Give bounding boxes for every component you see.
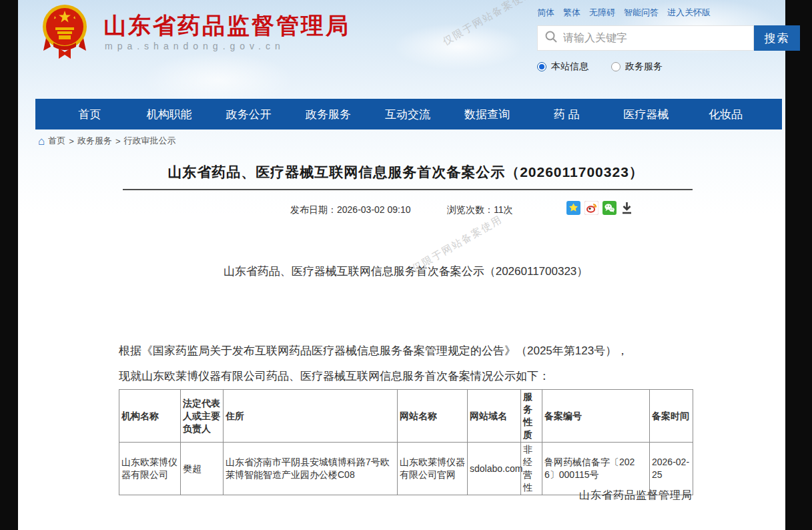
nav-medical-devices[interactable]: 医疗器械: [606, 107, 686, 122]
col-domain: 网站域名: [468, 390, 521, 443]
article: 山东省药品、医疗器械互联网信息服务首次备案公示（2026011700323） 发…: [119, 157, 693, 521]
cell-service-nature: 非经营性: [521, 443, 542, 495]
share-bar: [566, 201, 633, 217]
cell-filing-number: 鲁网药械信备字〔2026〕000115号: [542, 443, 650, 495]
cell-domain: sdolabo.com: [468, 443, 521, 495]
col-org-name: 机构名称: [119, 390, 181, 443]
link-traditional[interactable]: 繁体: [563, 7, 580, 19]
cell-filing-date: 2026-02-25: [650, 443, 693, 495]
nav-data-query[interactable]: 数据查询: [448, 107, 527, 122]
screen: 仅限于网站备案使用 仅限于网站备案使用: [0, 0, 812, 530]
site-url: mpa.shandong.gov.cn: [105, 41, 285, 51]
watermark-text: 仅限于网站备案使用: [440, 0, 535, 48]
search-icon: [544, 30, 558, 46]
link-smart-qa[interactable]: 智能问答: [624, 7, 659, 19]
col-service-nature: 服务性质: [521, 390, 542, 443]
nav-interaction[interactable]: 互动交流: [368, 107, 447, 122]
link-care-version[interactable]: 进入关怀版: [667, 7, 711, 19]
breadcrumb-separator: >: [69, 136, 74, 146]
nav-gov-service[interactable]: 政务服务: [288, 107, 368, 122]
search-input[interactable]: [563, 32, 747, 44]
national-emblem-icon: [41, 51, 88, 62]
cell-org-name: 山东欧莱博仪器有限公司: [119, 443, 181, 495]
home-icon: ⌂: [38, 137, 45, 146]
radio-unselected-icon[interactable]: [611, 62, 621, 71]
radio-site-info[interactable]: 本站信息: [537, 61, 588, 73]
weibo-icon[interactable]: [584, 201, 598, 217]
nav-cosmetics[interactable]: 化妆品: [686, 107, 765, 122]
nav-gov-open[interactable]: 政务公开: [209, 107, 288, 122]
cell-address: 山东省济南市平阴县安城镇博科路7号欧莱博智能智造产业园办公楼C08: [224, 443, 398, 495]
breadcrumb-home[interactable]: 首页: [48, 135, 65, 147]
link-simplified[interactable]: 简体: [537, 7, 554, 19]
site-title[interactable]: 山东省药品监督管理局: [103, 11, 350, 41]
radio-site-info-label: 本站信息: [551, 61, 588, 73]
article-body: 根据《国家药监局关于发布互联网药品医疗器械信息服务备案管理规定的公告》（2025…: [119, 338, 723, 389]
article-meta: 发布日期：2026-03-02 09:10 浏览次数：11次: [119, 199, 693, 220]
wechat-icon[interactable]: [602, 201, 617, 217]
webpage: 仅限于网站备案使用 仅限于网站备案使用: [18, 0, 785, 530]
quick-links: 简体 繁体 无障碍 智能问答 进入关怀版: [537, 7, 711, 19]
col-address: 住所: [224, 390, 398, 443]
page-title: 山东省药品、医疗器械互联网信息服务首次备案公示（2026011700323）: [119, 163, 693, 182]
col-filing-number: 备案编号: [542, 390, 650, 443]
breadcrumb-current: 行政审批公示: [123, 135, 175, 147]
breadcrumb: ⌂ 首页 > 政务服务 > 行政审批公示: [38, 135, 175, 147]
main-nav: 首页 机构职能 政务公开 政务服务 互动交流 数据查询 药 品 医疗器械 化妆品: [35, 99, 782, 129]
qzone-icon[interactable]: [566, 201, 580, 217]
nav-functions[interactable]: 机构职能: [129, 107, 209, 122]
table-row: 山东欧莱博仪器有限公司 樊超 山东省济南市平阴县安城镇博科路7号欧莱博智能智造产…: [119, 443, 693, 495]
title-divider: [123, 189, 693, 190]
publish-date: 发布日期：2026-03-02 09:10: [290, 204, 411, 216]
col-site-name: 网站名称: [398, 390, 468, 443]
search-button[interactable]: 搜索: [754, 25, 800, 51]
search-scope: 本站信息 政务服务: [537, 61, 663, 73]
cell-legal-rep: 樊超: [181, 443, 224, 495]
col-filing-date: 备案时间: [650, 390, 693, 443]
breadcrumb-gov-service[interactable]: 政务服务: [77, 135, 112, 147]
nav-home[interactable]: 首页: [50, 107, 129, 122]
cell-site-name: 山东欧莱博仪器有限公司官网: [398, 443, 468, 495]
radio-gov-service[interactable]: 政务服务: [611, 61, 663, 73]
breadcrumb-separator: >: [115, 136, 121, 146]
nav-drugs[interactable]: 药 品: [527, 107, 606, 122]
radio-selected-icon[interactable]: [537, 62, 546, 71]
table-header-row: 机构名称 法定代表人或主要负责人 住所 网站名称 网站域名 服务性质 备案编号 …: [119, 390, 693, 443]
search-bar: 搜索: [537, 25, 800, 51]
site-logo[interactable]: [41, 3, 88, 60]
issuing-authority: 山东省药品监督管理局: [119, 489, 693, 503]
view-count: 浏览次数：11次: [447, 204, 513, 216]
download-icon[interactable]: [621, 201, 633, 217]
col-legal-rep: 法定代表人或主要负责人: [181, 390, 224, 443]
link-accessibility[interactable]: 无障碍: [589, 7, 615, 19]
filing-table: 机构名称 法定代表人或主要负责人 住所 网站名称 网站域名 服务性质 备案编号 …: [119, 389, 693, 495]
radio-gov-service-label: 政务服务: [625, 61, 663, 73]
article-subtitle: 山东省药品、医疗器械互联网信息服务首次备案公示（2026011700323）: [119, 264, 693, 279]
search-input-wrap: [537, 25, 754, 51]
